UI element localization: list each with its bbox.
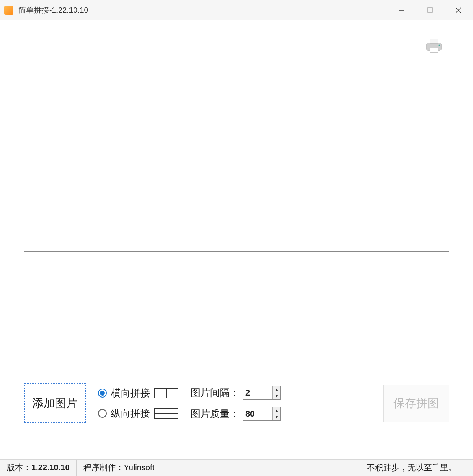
version-label: 版本： (7, 462, 31, 473)
maximize-button[interactable] (416, 0, 444, 20)
quality-label: 图片质量： (191, 407, 239, 420)
radio-unchecked-icon (98, 409, 107, 418)
svg-point-7 (439, 45, 440, 46)
status-motto: 不积跬步，无以至千里。 (360, 460, 473, 476)
maximize-icon (427, 7, 433, 13)
svg-rect-1 (428, 8, 432, 12)
author-label: 程序制作： (83, 462, 124, 473)
minimize-icon (399, 7, 404, 13)
author-value: Yulinsoft (124, 463, 155, 472)
gap-label: 图片间隔： (191, 386, 239, 399)
quality-spinner[interactable]: 80 ▲ ▼ (243, 407, 281, 421)
app-window: 简单拼接-1.22.10.10 (0, 0, 473, 476)
vertical-radio[interactable]: 纵向拼接 (98, 407, 178, 420)
horizontal-radio[interactable]: 横向拼接 (98, 387, 178, 400)
close-button[interactable] (444, 0, 473, 20)
print-button[interactable] (425, 37, 443, 54)
horizontal-label: 横向拼接 (111, 387, 150, 400)
spinner-group: 图片间隔： 2 ▲ ▼ 图片质量： 80 ▲ (191, 386, 281, 421)
save-button[interactable]: 保存拼图 (383, 385, 449, 422)
gap-arrows: ▲ ▼ (272, 386, 280, 399)
preview-panel (24, 33, 449, 252)
gap-up-button[interactable]: ▲ (273, 386, 280, 393)
vertical-split-icon (154, 408, 178, 419)
svg-rect-5 (430, 39, 438, 44)
orientation-group: 横向拼接 纵向拼接 (98, 387, 178, 420)
gap-down-button[interactable]: ▼ (273, 393, 280, 400)
horizontal-split-icon (154, 388, 178, 398)
window-controls (387, 0, 473, 20)
thumbnail-panel (24, 255, 449, 369)
content-area: 添加图片 横向拼接 纵向拼接 (0, 20, 473, 459)
svg-rect-6 (430, 48, 438, 53)
statusbar: 版本： 1.22.10.10 程序制作： Yulinsoft 不积跬步，无以至千… (0, 459, 473, 476)
app-icon (4, 6, 13, 15)
version-value: 1.22.10.10 (31, 463, 70, 472)
controls-row: 添加图片 横向拼接 纵向拼接 (24, 379, 449, 433)
quality-value[interactable]: 80 (243, 407, 272, 420)
radio-checked-icon (98, 389, 107, 398)
status-author: 程序制作： Yulinsoft (77, 460, 162, 476)
add-image-button[interactable]: 添加图片 (24, 383, 86, 423)
quality-row: 图片质量： 80 ▲ ▼ (191, 407, 281, 421)
status-version: 版本： 1.22.10.10 (0, 460, 77, 476)
printer-icon (425, 37, 443, 54)
minimize-button[interactable] (387, 0, 416, 20)
quality-down-button[interactable]: ▼ (273, 414, 280, 421)
quality-up-button[interactable]: ▲ (273, 407, 280, 414)
close-icon (455, 7, 462, 13)
quality-arrows: ▲ ▼ (272, 407, 280, 420)
titlebar: 简单拼接-1.22.10.10 (0, 0, 473, 20)
vertical-label: 纵向拼接 (111, 407, 150, 420)
gap-row: 图片间隔： 2 ▲ ▼ (191, 386, 281, 400)
gap-spinner[interactable]: 2 ▲ ▼ (243, 386, 281, 400)
window-title: 简单拼接-1.22.10.10 (18, 5, 387, 15)
gap-value[interactable]: 2 (243, 386, 272, 399)
